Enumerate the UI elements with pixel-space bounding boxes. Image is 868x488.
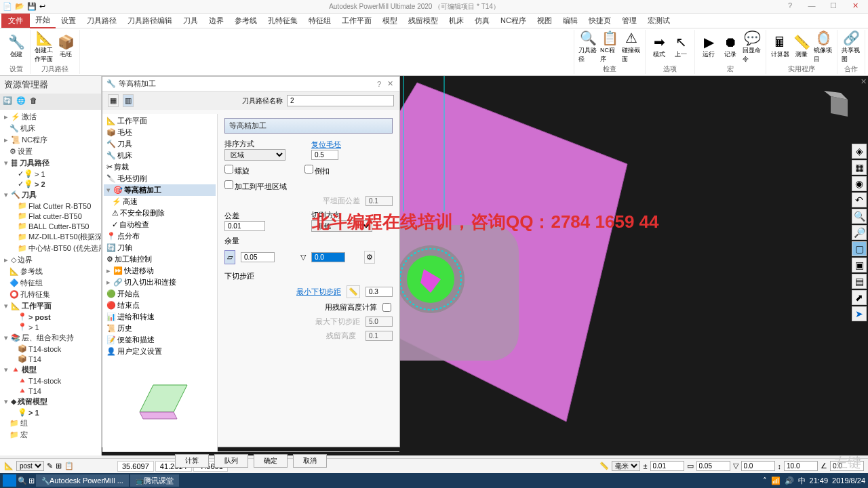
create-icon[interactable]: 🔧创建 xyxy=(7,35,26,59)
stock2-icon[interactable]: ▽ xyxy=(300,253,306,262)
task-powermill[interactable]: 🔧 Autodesk PowerMill ... xyxy=(36,474,129,487)
calc-icon[interactable]: 🖩计算器 xyxy=(770,35,789,59)
blank-icon[interactable]: 📦毛坯 xyxy=(56,35,75,59)
tray-ime-icon[interactable]: 中 xyxy=(798,476,806,486)
workplane-icon[interactable]: 📐创建工作平面 xyxy=(35,35,54,59)
tolerance-input[interactable] xyxy=(224,221,265,231)
menu-model[interactable]: 模型 xyxy=(377,14,403,28)
cusp-check[interactable] xyxy=(382,303,391,312)
menu-nc[interactable]: NC程序 xyxy=(495,14,532,28)
vt-zoomall-icon[interactable]: 🔎 xyxy=(852,225,867,240)
vt-back-icon[interactable]: ↶ xyxy=(852,192,867,207)
vt-cursor-icon[interactable]: ➤ xyxy=(852,306,867,321)
menu-stock[interactable]: 残留模型 xyxy=(403,14,443,28)
toolpath-check-icon[interactable]: 🔍刀具路径 xyxy=(578,35,597,59)
taskview-icon[interactable]: ⊞ xyxy=(28,476,35,485)
sb-v4[interactable] xyxy=(784,461,818,471)
task-tencent[interactable]: 📺 腾讯课堂 xyxy=(130,474,179,487)
sb-v3[interactable] xyxy=(741,461,775,471)
flat-check[interactable] xyxy=(224,180,233,189)
view-mode2-icon[interactable]: ▥ xyxy=(123,94,134,107)
calc-button[interactable]: 计算 xyxy=(175,454,209,468)
minstep-link[interactable]: 最小下切步距 xyxy=(296,287,341,297)
share-icon[interactable]: 🔗共享视图 xyxy=(842,35,861,59)
run-icon[interactable]: ▶运行 xyxy=(699,35,718,59)
menu-tool[interactable]: 刀具 xyxy=(178,14,203,28)
menu-toolpath[interactable]: 刀具路径 xyxy=(81,14,122,28)
menu-boundary[interactable]: 边界 xyxy=(203,14,229,28)
menu-edit[interactable]: 编辑 xyxy=(557,14,583,28)
menu-feature[interactable]: 特征组 xyxy=(303,14,336,28)
vt-wire-icon[interactable]: ▦ xyxy=(852,160,867,175)
stock-icon[interactable]: ▱ xyxy=(224,250,235,264)
nc-check-icon[interactable]: 📋NC程序 xyxy=(600,35,619,59)
measure-icon[interactable]: 📏测量 xyxy=(792,35,811,59)
post-select[interactable]: post xyxy=(16,461,44,471)
maximize-icon[interactable]: ☐ xyxy=(823,1,844,12)
vt-select-icon[interactable]: ⬈ xyxy=(852,290,867,305)
tray-up-icon[interactable]: ˄ xyxy=(763,476,767,485)
globe-icon[interactable]: 🌐 xyxy=(16,96,27,107)
vt-zoom-icon[interactable]: 🔍 xyxy=(852,209,867,224)
vt-box1-icon[interactable]: ▢ xyxy=(852,241,867,256)
menu-sim[interactable]: 仿真 xyxy=(469,14,495,28)
open-icon[interactable]: 📂 xyxy=(15,2,24,12)
pathname-input[interactable] xyxy=(287,95,394,106)
cancel-button[interactable]: 取消 xyxy=(293,454,327,468)
undo-icon[interactable]: ↩ xyxy=(39,2,49,12)
record-icon[interactable]: ⏺记录 xyxy=(721,35,740,59)
vt-box3-icon[interactable]: ▤ xyxy=(852,274,867,289)
mirror-icon[interactable]: 🪞镜像项目 xyxy=(814,35,833,59)
echo-icon[interactable]: 💬回显命令 xyxy=(743,35,762,59)
blank-link[interactable]: 复位毛坯 xyxy=(311,140,341,148)
stock1-input[interactable] xyxy=(241,252,275,262)
sb-ico1[interactable]: ✎ xyxy=(47,462,53,470)
view-cube[interactable] xyxy=(821,89,854,123)
viewport-close-icon[interactable]: ✕ xyxy=(861,77,867,86)
menu-start[interactable]: 开始 xyxy=(30,13,56,28)
close-icon[interactable]: ✕ xyxy=(845,1,865,12)
tray-time[interactable]: 21:49 xyxy=(810,476,829,485)
unit-icon[interactable]: 📏 xyxy=(599,462,609,470)
save-icon[interactable]: 💾 xyxy=(27,2,37,12)
tray-net-icon[interactable]: 📶 xyxy=(771,476,781,485)
menu-manage[interactable]: 管理 xyxy=(616,14,642,28)
dialog-help-icon[interactable]: ? xyxy=(374,80,384,88)
stock2-input[interactable] xyxy=(311,252,345,262)
menu-toolpath-edit[interactable]: 刀具路径编辑 xyxy=(122,14,178,28)
minimize-icon[interactable]: — xyxy=(802,1,822,12)
ok-button[interactable]: 确定 xyxy=(254,454,288,468)
explorer-tree[interactable]: ▸⚡激活 🔧机床 ▸📜NC程序 ⚙设置 ▾🛤刀具路径 ✓💡> 1 ✓💡> 2 ▾… xyxy=(0,110,101,442)
vt-box2-icon[interactable]: ▣ xyxy=(852,258,867,272)
collision-icon[interactable]: ⚠碰撞截面 xyxy=(622,35,641,59)
order-select[interactable]: 区域 xyxy=(224,149,285,161)
minstep-input[interactable] xyxy=(366,287,393,297)
file-menu[interactable]: 文件 xyxy=(1,14,30,28)
sb-ico3[interactable]: 📋 xyxy=(64,462,74,470)
queue-button[interactable]: 队列 xyxy=(214,454,248,468)
search-icon[interactable]: 🔍 xyxy=(18,476,27,485)
prev-icon[interactable]: ↖上一 xyxy=(671,35,690,59)
tray-vol-icon[interactable]: 🔊 xyxy=(785,476,794,485)
sb-v1[interactable] xyxy=(650,461,684,471)
vt-shade-icon[interactable]: ◉ xyxy=(852,176,867,191)
sb-ico2[interactable]: ⊞ xyxy=(56,462,62,470)
dialog-close-icon[interactable]: ✕ xyxy=(384,79,395,88)
help-icon[interactable]: ? xyxy=(780,1,800,12)
menu-setup[interactable]: 设置 xyxy=(56,14,81,28)
menu-hole[interactable]: 孔特征集 xyxy=(262,14,303,28)
trash-icon[interactable]: 🗑 xyxy=(30,96,41,107)
menu-pattern[interactable]: 参考线 xyxy=(229,14,262,28)
menu-workplane[interactable]: 工作平面 xyxy=(336,14,377,28)
mode-icon[interactable]: ➡模式 xyxy=(650,35,669,59)
refresh-icon[interactable]: 🔄 xyxy=(3,96,14,107)
wcs-icon[interactable]: 📐 xyxy=(4,462,14,470)
vt-iso-icon[interactable]: ◈ xyxy=(852,144,867,159)
stock-opt-icon[interactable]: ⚙ xyxy=(364,251,375,264)
spiral-check[interactable] xyxy=(224,165,233,174)
new-icon[interactable]: 📄 xyxy=(3,2,12,12)
tray-date[interactable]: 2019/8/24 xyxy=(832,476,865,485)
menu-quick[interactable]: 快捷页 xyxy=(583,14,616,28)
start-button[interactable] xyxy=(3,474,16,487)
view-mode-icon[interactable]: ▦ xyxy=(108,94,119,107)
